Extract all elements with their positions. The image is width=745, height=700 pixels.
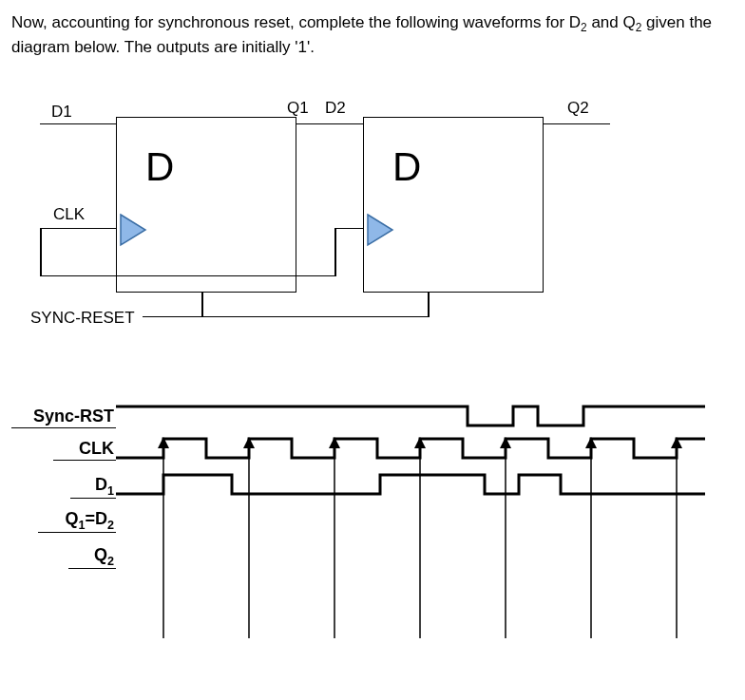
wire-clk-v2: [334, 228, 336, 276]
row-label-d1: D1: [70, 475, 116, 500]
prompt-text-2: and Q: [587, 13, 636, 31]
wire-clk-ff1: [40, 228, 116, 230]
wave-d1: [116, 475, 705, 494]
d-letter-1: D: [145, 144, 174, 190]
label-d1: D1: [51, 103, 72, 122]
label-clk: CLK: [53, 205, 85, 224]
clk-triangle-icon: [119, 213, 151, 247]
wire-clk-ff2: [334, 228, 363, 230]
label-d2: D2: [325, 99, 346, 118]
label-q1: Q1: [287, 99, 309, 118]
wire-q1-d2: [296, 123, 363, 125]
circuit-diagram: D1 Q1 D2 Q2 D D CLK SYNC-RESET: [40, 103, 696, 369]
timing-diagram: Sync-RST CLK D1 Q1=D2 Q2: [11, 407, 696, 644]
wire-clk-v1: [40, 228, 42, 275]
waveform-canvas: [116, 401, 705, 638]
wire-q2-out: [544, 123, 610, 125]
label-q2: Q2: [567, 99, 589, 118]
label-sync-reset: SYNC-RESET: [30, 309, 135, 328]
wave-sync-rst: [116, 407, 705, 426]
flip-flop-1: D: [116, 117, 296, 293]
row-label-clk: CLK: [53, 439, 116, 461]
row-label-q2: Q2: [68, 545, 116, 570]
question-prompt: Now, accounting for synchronous reset, c…: [11, 11, 734, 59]
row-label-q1d2: Q1=D2: [38, 509, 116, 534]
flip-flop-2: D: [363, 117, 544, 293]
clk-triangle-icon: [366, 213, 398, 247]
wire-srst-v1: [201, 293, 203, 317]
prompt-text-1: Now, accounting for synchronous reset, c…: [11, 13, 581, 31]
d-letter-2: D: [392, 144, 421, 190]
wave-clk: [116, 439, 705, 458]
wire-clk-h1: [40, 275, 334, 277]
wire-d1-in: [40, 123, 116, 125]
row-label-sync-rst: Sync-RST: [11, 407, 116, 428]
svg-marker-1: [368, 215, 392, 245]
wire-srst-v2: [428, 293, 430, 317]
wire-srst-h: [143, 316, 428, 318]
svg-marker-0: [121, 215, 145, 245]
prompt-sub-1: 2: [581, 21, 587, 34]
